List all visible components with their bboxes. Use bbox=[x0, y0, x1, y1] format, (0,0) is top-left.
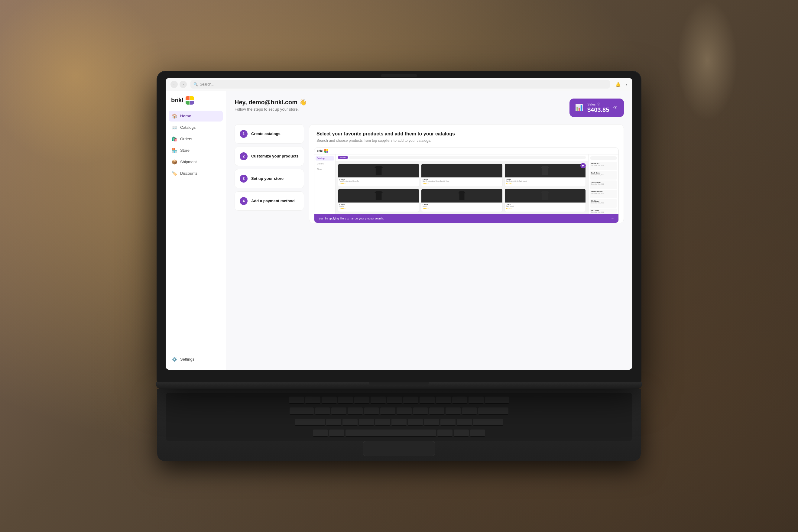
address-bar[interactable]: 🔍 Search... bbox=[190, 80, 610, 89]
key bbox=[364, 407, 379, 415]
search-icon: 🔍 bbox=[193, 82, 198, 87]
key bbox=[380, 407, 395, 415]
key bbox=[387, 397, 402, 404]
sidebar-item-orders[interactable]: 🛍️ Orders bbox=[169, 134, 223, 145]
greeting-section: Hey, demo@brikl.com 👋 Follow the steps t… bbox=[234, 98, 307, 112]
key bbox=[322, 397, 337, 404]
mini-top-bar: brikl bbox=[315, 148, 619, 154]
sidebar-label-discounts: Discounts bbox=[180, 171, 197, 176]
key bbox=[354, 397, 369, 404]
step-label-2: Customize your products bbox=[251, 154, 299, 158]
key bbox=[469, 397, 483, 404]
screen-inner: ‹ › 🔍 Search... 🔔 ▾ brikl bbox=[166, 78, 632, 370]
sidebar-item-catalogs[interactable]: 📖 Catalogs bbox=[169, 122, 223, 133]
sidebar-label-store: Store bbox=[180, 148, 190, 153]
key bbox=[408, 419, 423, 426]
key bbox=[305, 397, 320, 404]
key bbox=[342, 419, 358, 426]
mini-play-button[interactable]: ▶ bbox=[581, 163, 586, 168]
dropdown-arrow[interactable]: ▾ bbox=[626, 82, 628, 87]
nav-items: 🏠 Home 📖 Catalogs 🛍️ Orders 🏪 bbox=[166, 111, 226, 354]
forward-button[interactable]: › bbox=[179, 81, 187, 88]
settings-icon: ⚙️ bbox=[172, 357, 177, 362]
mini-product-info-3: LSFTX Wok Textured Zip Up Track Jacket ★… bbox=[505, 177, 586, 185]
key bbox=[315, 407, 330, 415]
info-panel: Select your favorite products and add th… bbox=[309, 124, 624, 223]
key bbox=[397, 407, 412, 415]
sidebar-item-discounts[interactable]: 🏷️ Discounts bbox=[169, 168, 223, 179]
trackpad[interactable] bbox=[363, 441, 435, 456]
notification-bell[interactable]: 🔔 bbox=[614, 80, 622, 89]
key-row-3 bbox=[170, 419, 628, 426]
key bbox=[413, 407, 428, 415]
step-card-3[interactable]: 3 Set up your store bbox=[234, 169, 304, 188]
mini-tshirt-6 bbox=[541, 191, 549, 200]
step-card-1[interactable]: 1 Create catalogs bbox=[234, 124, 304, 144]
mini-list-4: Promorerands December 2nd, 2022 bbox=[590, 190, 617, 198]
page-header: Hey, demo@brikl.com 👋 Follow the steps t… bbox=[234, 98, 624, 117]
bg-light bbox=[0, 0, 182, 182]
key bbox=[329, 430, 344, 437]
mini-layout: Catalog Orders Store View All bbox=[315, 154, 619, 214]
sidebar-item-store[interactable]: 🏪 Store bbox=[169, 145, 223, 156]
sales-info: Sales ⓘ $403.85 bbox=[587, 102, 609, 113]
drag-drop-bar[interactable]: Start by applying filters to narrow your… bbox=[315, 214, 619, 223]
mini-filter-bar: View All bbox=[336, 154, 588, 161]
mini-tshirt-4 bbox=[375, 191, 383, 200]
info-icon: ⓘ bbox=[597, 102, 600, 107]
step-card-4[interactable]: 4 Add a payment method bbox=[234, 191, 304, 211]
key-row-2 bbox=[170, 407, 628, 415]
mini-product-img-2 bbox=[421, 164, 502, 177]
sales-label: Sales ⓘ bbox=[587, 102, 609, 107]
mini-list-6: BKI Store December 2nd, 2022 bbox=[590, 209, 617, 214]
key bbox=[452, 397, 467, 404]
key bbox=[436, 397, 451, 404]
key bbox=[445, 407, 461, 415]
sales-widget[interactable]: 📊 Sales ⓘ $403.85 👁 bbox=[569, 98, 624, 117]
sidebar-label-shipment: Shipment bbox=[180, 159, 197, 164]
mini-search-bar bbox=[349, 156, 586, 159]
mini-tshirt-1 bbox=[375, 166, 383, 175]
sidebar-item-shipment[interactable]: 📦 Shipment bbox=[169, 156, 223, 168]
eye-icon[interactable]: 👁 bbox=[613, 105, 618, 110]
back-button[interactable]: ‹ bbox=[170, 81, 178, 88]
bell-icon: 🔔 bbox=[615, 82, 621, 87]
mini-product-img-3 bbox=[505, 164, 586, 177]
mini-product-img-4 bbox=[338, 189, 419, 203]
key bbox=[485, 397, 509, 404]
mini-product-img-6 bbox=[505, 189, 586, 203]
key bbox=[392, 419, 406, 426]
mini-main: View All bbox=[336, 154, 588, 214]
step-label-1: Create catalogs bbox=[251, 132, 281, 136]
sidebar-label-catalogs: Catalogs bbox=[180, 125, 195, 130]
mini-list-2: BAIC Demo December 2nd, 2022 bbox=[590, 171, 617, 179]
orders-icon: 🛍️ bbox=[172, 136, 177, 142]
page-title: Hey, demo@brikl.com 👋 bbox=[234, 98, 307, 106]
sales-chart-icon: 📊 bbox=[575, 104, 583, 112]
key bbox=[462, 407, 477, 415]
step-number-3: 3 bbox=[240, 175, 248, 183]
key bbox=[420, 397, 435, 404]
mini-view-all: View All bbox=[338, 156, 348, 159]
panel-title: Select your favorite products and add th… bbox=[317, 131, 616, 137]
step-card-2[interactable]: 2 Customize your products bbox=[234, 147, 304, 166]
mini-product-info-5: LSFTX Jacket ★★★★☆ bbox=[421, 203, 502, 210]
sales-amount: $403.85 bbox=[587, 107, 609, 113]
sidebar-label-orders: Orders bbox=[180, 137, 192, 141]
step-label-4: Add a payment method bbox=[251, 198, 295, 203]
key bbox=[478, 407, 509, 415]
sidebar-item-settings[interactable]: ⚙️ Settings bbox=[169, 354, 223, 365]
sidebar-item-home[interactable]: 🏠 Home bbox=[169, 111, 223, 121]
mini-sidebar-store: Store bbox=[316, 167, 334, 171]
mini-sidebar-catalog: Catalog bbox=[316, 156, 334, 160]
shipment-icon: 📦 bbox=[172, 159, 177, 165]
laptop-hinge bbox=[369, 382, 429, 385]
sidebar-label-home: Home bbox=[180, 114, 191, 118]
mini-list-1: WF DEMO December 2nd, 2022 bbox=[590, 162, 617, 170]
drag-drop-text: Start by applying filters to narrow your… bbox=[319, 217, 384, 220]
mini-product-4: LTFDB Hoodie ★★★★★ bbox=[338, 189, 419, 212]
key bbox=[429, 407, 444, 415]
key bbox=[295, 419, 325, 426]
laptop: ‹ › 🔍 Search... 🔔 ▾ brikl bbox=[157, 71, 641, 461]
mini-logo-text: brikl bbox=[317, 149, 323, 152]
